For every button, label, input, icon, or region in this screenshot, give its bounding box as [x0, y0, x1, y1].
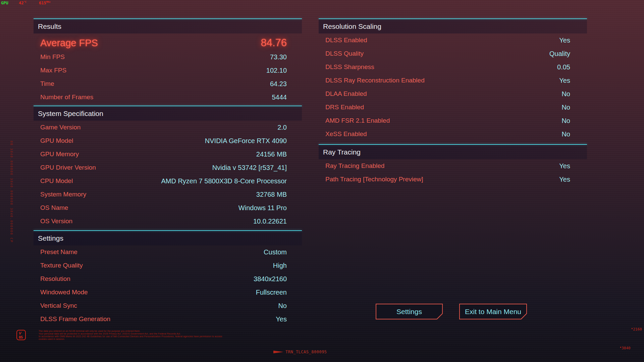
- right-arrow-icon: [273, 350, 283, 354]
- transaction-id: TRN_TLCAS_800095: [285, 350, 327, 354]
- section-title: Results: [38, 22, 61, 31]
- clock-unit: MHz: [46, 1, 51, 3]
- legal-disclaimer: The data you entered on an NC45 terminal…: [39, 330, 226, 341]
- resolution-scaling-header: Resolution Scaling: [319, 19, 587, 34]
- row-label: Vertical Sync: [40, 302, 77, 309]
- raytracing-row-enabled: Ray Tracing Enabled Yes: [319, 159, 587, 173]
- gpu-temperature: 42°C: [19, 1, 26, 5]
- row-value: Yes: [559, 162, 570, 170]
- result-row-min-fps: Min FPS 73.30: [34, 50, 302, 64]
- setting-row-windowed-mode: Windowed Mode Fullscreen: [34, 286, 302, 299]
- row-value: Fullscreen: [256, 289, 287, 296]
- row-value: Nvidia v 53742 [r537_41]: [212, 164, 287, 172]
- row-value: 84.76: [261, 37, 287, 49]
- row-label: DLSS Quality: [325, 50, 364, 57]
- performance-overlay: GPU 42°C 615MHz: [1, 1, 50, 5]
- spec-row-game-version: Game Version 2.0: [34, 121, 302, 134]
- row-label: Max FPS: [40, 67, 66, 74]
- raytracing-row-path-tracing: Path Tracing [Technology Preview] Yes: [319, 173, 587, 186]
- result-row-max-fps: Max FPS 102.10: [34, 64, 302, 77]
- row-label: Min FPS: [40, 53, 65, 61]
- row-value: 24156 MB: [256, 150, 287, 158]
- section-title: Resolution Scaling: [323, 22, 381, 31]
- results-section-header: Results: [34, 19, 302, 34]
- ray-tracing-header: Ray Tracing: [319, 145, 587, 159]
- row-label: DLSS Enabled: [325, 37, 367, 44]
- row-label: DLSS Ray Reconstruction Enabled: [325, 77, 425, 84]
- row-value: NVIDIA GeForce RTX 4090: [205, 137, 287, 145]
- exit-button-face[interactable]: Exit to Main Menu: [460, 304, 526, 319]
- settings-section-header: Settings: [34, 231, 302, 245]
- ray-tracing-section: Ray Tracing Ray Tracing Enabled Yes Path…: [319, 144, 587, 186]
- section-title: System Specification: [38, 110, 103, 118]
- v85-version-badge: V 85: [16, 330, 26, 340]
- row-label: DLAA Enabled: [325, 90, 367, 98]
- row-value: Yes: [559, 37, 570, 44]
- row-value: No: [561, 130, 570, 138]
- row-label: Time: [40, 80, 54, 87]
- row-label: Resolution: [40, 275, 70, 283]
- spec-row-os-version: OS Version 10.0.22621: [34, 215, 302, 228]
- row-value: High: [273, 262, 287, 269]
- row-label: Ray Tracing Enabled: [325, 162, 384, 170]
- disclaimer-line: Your personal data will be protected in …: [39, 333, 226, 335]
- exit-to-main-menu-button[interactable]: Exit to Main Menu: [459, 304, 527, 319]
- scaling-row-dlss-sharpness: DLSS Sharpness 0.05: [319, 60, 587, 74]
- row-label: GPU Driver Version: [40, 164, 96, 171]
- gpu-clock: 615MHz: [39, 1, 50, 5]
- square-bullet-icon: ▪: [620, 346, 621, 349]
- row-label: Game Version: [40, 124, 80, 131]
- setting-row-dlss-frame-generation: DLSS Frame Generation Yes: [34, 312, 302, 326]
- setting-row-preset-name: Preset Name Custom: [34, 245, 302, 259]
- scaling-row-drs-enabled: DRS Enabled No: [319, 101, 587, 114]
- spec-row-cpu-model: CPU Model AMD Ryzen 7 5800X3D 8-Core Pro…: [34, 174, 302, 188]
- row-value: 102.10: [266, 67, 287, 74]
- row-value: AMD Ryzen 7 5800X3D 8-Core Processor: [161, 177, 287, 185]
- square-bullet-icon: ▪: [631, 327, 633, 330]
- right-marker-2160: ▪2160: [631, 327, 642, 331]
- scaling-row-xess-enabled: XeSS Enabled No: [319, 127, 587, 141]
- result-row-number-of-frames: Number of Frames 5444: [34, 90, 302, 104]
- row-label: CPU Model: [40, 177, 73, 185]
- left-vertical-debug-marker: 0B 3840.000000 3840.000000 3840.000000 C…: [10, 141, 13, 243]
- row-value: Yes: [276, 315, 287, 323]
- results-section: Results Average FPS 84.76 Min FPS 73.30 …: [34, 18, 302, 104]
- disclaimer-line: The data you entered on an NC45 terminal…: [39, 330, 226, 333]
- scaling-row-dlss-ray-reconstruction: DLSS Ray Reconstruction Enabled Yes: [319, 74, 587, 87]
- row-label: Path Tracing [Technology Preview]: [325, 176, 423, 183]
- result-row-time: Time 64.23: [34, 77, 302, 90]
- setting-row-vertical-sync: Vertical Sync No: [34, 299, 302, 312]
- row-value: No: [561, 117, 570, 125]
- row-label: OS Version: [40, 218, 72, 225]
- row-value: 3840x2160: [254, 275, 287, 283]
- setting-row-texture-quality: Texture Quality High: [34, 259, 302, 272]
- system-specification-section: System Specification Game Version 2.0 GP…: [34, 106, 302, 228]
- row-label: System Memory: [40, 191, 86, 198]
- spec-row-gpu-memory: GPU Memory 24156 MB: [34, 147, 302, 161]
- settings-button-face[interactable]: Settings: [376, 304, 442, 319]
- setting-row-resolution: Resolution 3840x2160: [34, 272, 302, 286]
- row-value: 73.30: [270, 53, 287, 61]
- row-label: Average FPS: [40, 38, 98, 49]
- row-value: Custom: [264, 248, 287, 256]
- spec-row-os-name: OS Name Windows 11 Pro: [34, 201, 302, 215]
- row-value: 64.23: [270, 80, 287, 88]
- row-label: DLSS Frame Generation: [40, 315, 110, 323]
- disclaimer-line: In accordance with OMB Memo M-1022-242 4…: [39, 335, 226, 341]
- row-label: Preset Name: [40, 248, 77, 256]
- row-value: 0.05: [557, 63, 570, 71]
- badge-letter: V: [19, 331, 25, 335]
- row-label: OS Name: [40, 204, 68, 212]
- section-title: Ray Tracing: [323, 148, 361, 156]
- settings-button[interactable]: Settings: [376, 304, 443, 319]
- row-value: Yes: [559, 176, 570, 183]
- right-marker-3840: ▪3840: [620, 346, 631, 350]
- temperature-unit: °C: [23, 1, 26, 3]
- badge-number: 85: [19, 336, 25, 339]
- settings-section: Settings Preset Name Custom Texture Qual…: [34, 230, 302, 326]
- row-value: No: [278, 302, 287, 310]
- row-value: 32768 MB: [256, 191, 287, 198]
- row-value: 2.0: [277, 124, 287, 131]
- scaling-row-dlss-quality: DLSS Quality Quality: [319, 47, 587, 60]
- row-value: 10.0.22621: [253, 218, 287, 225]
